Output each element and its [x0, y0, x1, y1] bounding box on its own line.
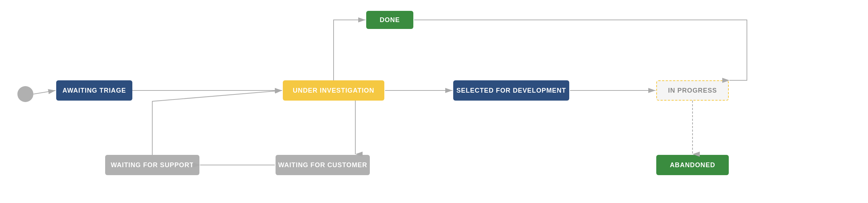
abandoned-node[interactable]: ABANDONED [656, 155, 729, 175]
under-investigation-node[interactable]: UNDER INVESTIGATION [283, 80, 384, 101]
awaiting-triage-node[interactable]: AWAITING TRIAGE [56, 80, 132, 101]
waiting-for-customer-node[interactable]: WAITING FOR CUSTOMER [276, 155, 370, 175]
start-node [17, 86, 33, 102]
done-node[interactable]: DONE [366, 11, 413, 29]
in-progress-node[interactable]: IN PROGRESS [656, 80, 729, 101]
selected-for-development-node[interactable]: SELECTED FOR DEVELOPMENT [453, 80, 569, 101]
waiting-for-support-node[interactable]: WAITING FOR SUPPORT [105, 155, 199, 175]
workflow-diagram: AWAITING TRIAGE UNDER INVESTIGATION SELE… [0, 0, 868, 203]
svg-line-4 [33, 90, 55, 94]
